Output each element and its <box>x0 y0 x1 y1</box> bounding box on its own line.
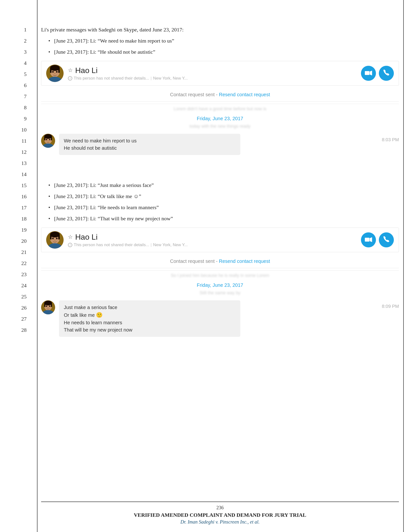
spacer-28 <box>41 339 399 350</box>
svg-point-26 <box>56 238 57 239</box>
location-text-1: New York, New Y... <box>153 76 188 81</box>
line-num-12: 12 <box>0 147 31 158</box>
page-number: 236 <box>41 505 399 511</box>
phone-icon-1 <box>383 69 390 78</box>
left-margin: 1 2 3 4 5 6 7 8 9 10 11 12 13 14 15 16 1… <box>0 0 37 532</box>
svg-rect-35 <box>51 303 52 307</box>
right-border <box>403 0 404 532</box>
line-num-23: 23 <box>0 269 31 280</box>
phone-call-button-2[interactable] <box>379 232 394 247</box>
line-num-26: 26 <box>0 302 31 314</box>
blurred-text-1b: today with the new things ready <box>41 122 399 130</box>
line-num-16: 16 <box>0 191 31 202</box>
spacer-12 <box>41 157 399 169</box>
line-num-1: 1 <box>0 24 31 35</box>
svg-point-5 <box>52 71 54 73</box>
avatar-1-svg <box>46 65 64 82</box>
line-num-3: 3 <box>0 47 31 57</box>
svg-point-38 <box>48 307 49 308</box>
spacer-13 <box>41 169 399 180</box>
line-num-24: 24 <box>0 280 31 291</box>
line-num-5: 5 <box>0 69 31 80</box>
line-numbers: 1 2 3 4 5 6 7 8 9 10 11 12 13 14 15 16 1… <box>0 24 31 336</box>
chat-bubble-1: We need to make him report to us He shou… <box>59 134 240 155</box>
chat-message-2: Just make a serious face Or talk like me… <box>41 298 399 339</box>
chat-time-2: 8:09 PM <box>382 300 399 309</box>
svg-rect-34 <box>44 303 46 307</box>
bullet-1-row: • [June 23, 2017]: Li: “We need to make … <box>41 35 399 47</box>
video-call-button-1[interactable] <box>361 66 376 81</box>
svg-marker-10 <box>370 71 372 76</box>
skype-name-row-2: ☆ Hao Li <box>68 233 188 242</box>
chat-message-2-line4: That will be my new project now <box>64 326 235 333</box>
date-row-1-container: Lorem didn't have a good time before but… <box>41 104 399 131</box>
contact-request-row-2: Contact request sent - Resend contact re… <box>41 255 399 268</box>
info-circle-2: i <box>68 243 72 247</box>
line-num-19: 19 <box>0 224 31 236</box>
svg-rect-9 <box>365 71 369 75</box>
content-area: Li's private messages with Sadeghi on Sk… <box>41 24 399 350</box>
contact-request-static-2: Contact request sent - <box>170 258 219 264</box>
smile-emoji: ☺ <box>133 193 139 199</box>
intro-text-row: Li's private messages with Sadeghi on Sk… <box>41 24 399 35</box>
bullet-2-row: • [June 23, 2017]: Li: “He should not be… <box>41 47 399 57</box>
svg-rect-29 <box>365 238 369 242</box>
bullet-item-3: • [June 23, 2017]: Li: “Just make a seri… <box>41 182 154 189</box>
chat-time-1: 8:03 PM <box>382 134 399 142</box>
svg-rect-24 <box>58 235 60 239</box>
contact-details-text-1: This person has not shared their details… <box>74 76 149 81</box>
bullet-dot-6: • <box>48 215 50 222</box>
resend-contact-link-2[interactable]: Resend contact request <box>219 258 270 264</box>
bullet-5-row: • [June 23, 2017]: Li: “He needs to lear… <box>41 202 399 213</box>
svg-point-25 <box>52 238 54 239</box>
bullet-text-3: [June 23, 2017]: Li: “Just make a seriou… <box>54 182 154 189</box>
skype-card-1: ☆ Hao Li i This person has not shared th… <box>41 61 399 86</box>
divider-1 <box>41 102 399 104</box>
line-num-21: 21 <box>0 247 31 258</box>
line-num-4: 4 <box>0 57 31 69</box>
svg-point-37 <box>49 305 50 307</box>
contact-request-row-1: Contact request sent - Resend contact re… <box>41 88 399 102</box>
svg-point-6 <box>56 71 57 73</box>
video-call-button-2[interactable] <box>361 232 376 247</box>
video-icon-1 <box>365 70 372 77</box>
bullet-item-6: • [June 23, 2017]: Li: “That will be my … <box>41 215 173 222</box>
chat-message-1-line2: He should not be autistic <box>64 144 235 152</box>
bullet-dot-2: • <box>48 48 50 56</box>
footer-subtitle: Dr. Iman Sadeghi v. Pinscreen Inc., et a… <box>41 519 399 525</box>
svg-point-18 <box>48 141 49 141</box>
line-num-22: 22 <box>0 258 31 269</box>
info-circle-1: i <box>68 76 72 81</box>
skype-card-1-wrapper: ☆ Hao Li i This person has not shared th… <box>41 57 399 88</box>
svg-rect-4 <box>58 68 60 73</box>
skype-card-1-left: ☆ Hao Li i This person has not shared th… <box>46 65 188 82</box>
contact-request-static-1: Contact request sent - <box>170 92 219 97</box>
bullet-3-row: • [June 23, 2017]: Li: “Just make a seri… <box>41 180 399 191</box>
svg-rect-3 <box>50 68 51 73</box>
skype-card-2-left: ☆ Hao Li i This person has not shared th… <box>46 231 188 249</box>
svg-point-17 <box>49 139 50 140</box>
divider-2 <box>41 268 399 271</box>
chat-message-1: We need to make him report to us He shou… <box>41 131 399 157</box>
svg-marker-30 <box>370 237 372 242</box>
skype-card-2-info: ☆ Hao Li i This person has not shared th… <box>68 233 188 247</box>
chat-avatar-2 <box>41 300 55 314</box>
line-num-10: 10 <box>0 124 31 135</box>
skype-card-2: ☆ Hao Li i This person has not shared th… <box>41 228 399 252</box>
line-num-2: 2 <box>0 35 31 47</box>
contact-details-2: i This person has not shared their detai… <box>68 243 188 247</box>
video-icon-2 <box>365 236 372 244</box>
bullet-item-4: • [June 23, 2017]: Li: “Or talk like me … <box>41 193 141 200</box>
bullet-dot-1: • <box>48 37 50 45</box>
phone-call-button-1[interactable] <box>379 66 394 81</box>
separator-2: | <box>151 243 152 247</box>
star-icon-1: ☆ <box>68 67 73 74</box>
chat-avatar-2-svg <box>41 300 55 314</box>
line-num-7: 7 <box>0 91 31 102</box>
line-num-25: 25 <box>0 291 31 302</box>
line-num-9: 9 <box>0 113 31 124</box>
svg-rect-15 <box>51 136 52 140</box>
bullet-text-5: [June 23, 2017]: Li: “He needs to learn … <box>54 204 159 211</box>
resend-contact-link-1[interactable]: Resend contact request <box>219 92 270 97</box>
chat-avatar-1-svg <box>41 134 55 148</box>
